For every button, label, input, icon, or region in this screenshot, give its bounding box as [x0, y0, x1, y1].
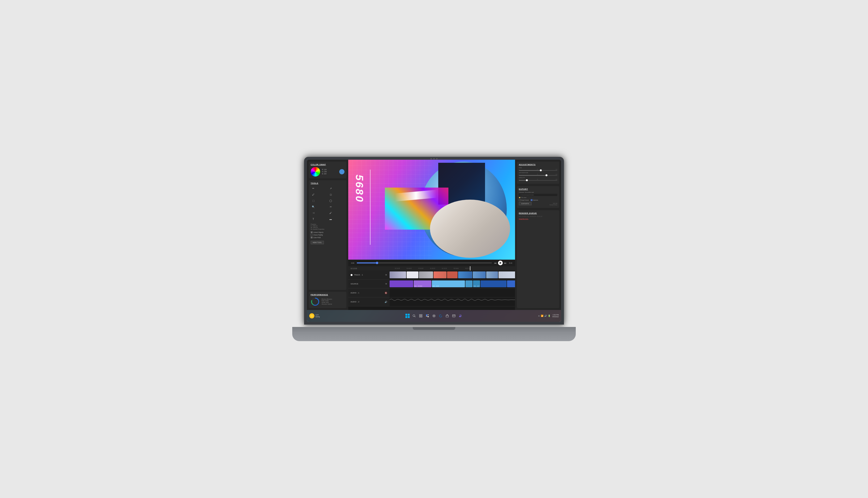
search-taskbar-icon[interactable]	[411, 313, 417, 318]
audio-1-mute-icon[interactable]: 🔇	[385, 292, 387, 294]
circle-tool[interactable]: ◯	[328, 198, 333, 203]
new-tool-button[interactable]: NEW TOOL	[311, 241, 324, 244]
brush-tool[interactable]: 🖊	[311, 192, 316, 197]
track-clip-3[interactable]	[419, 272, 433, 278]
edge-icon[interactable]	[438, 313, 443, 318]
browser-icon[interactable]	[431, 313, 437, 318]
cut-tool[interactable]: ✂	[328, 204, 333, 209]
sat-slider[interactable]	[519, 175, 557, 176]
tool-properties: Property: H: 1462 px W: 7442 px No Speci…	[311, 223, 344, 230]
audio-2-label: AUDIO - 2 🔊	[348, 298, 390, 306]
svg-rect-10	[428, 314, 429, 315]
color-swap-content: R: 124 G: 159 B: 200	[311, 167, 344, 176]
audio-2-volume-icon[interactable]: 🔊	[385, 301, 387, 303]
magnify-tool[interactable]: 🔍	[311, 204, 316, 209]
battery-icon[interactable]: 🔋	[548, 315, 551, 317]
drag-here-link[interactable]: Drag files here.	[519, 218, 557, 220]
pointer-tool[interactable]: ↗	[328, 186, 333, 191]
audio-2-content	[390, 298, 515, 306]
edge-svg	[439, 314, 442, 317]
svg-rect-9	[426, 314, 427, 316]
storage-info: 500 GB Scratch Drive	[550, 203, 557, 206]
track-1-eye-icon[interactable]: 👁	[385, 274, 387, 276]
op-slider-thumb[interactable]	[526, 179, 528, 181]
keep-format-checkbox[interactable]	[519, 199, 521, 201]
playback-buttons: ⏮ ⏭	[494, 261, 507, 265]
split-tool[interactable]: ⊣	[311, 210, 316, 215]
export-title: EXPORT	[519, 188, 557, 190]
windows-icon[interactable]	[405, 313, 410, 318]
track-clip-7[interactable]	[473, 272, 486, 278]
source-clip-2[interactable]: REC - DC2000	[414, 280, 431, 288]
hue-slider-thumb[interactable]	[540, 169, 542, 171]
pencil-tool[interactable]: ✏	[311, 186, 316, 191]
wifi-icon[interactable]: 📶	[541, 315, 543, 317]
export-bottom-row: EXPORTS 500 GB Scratch Drive	[519, 202, 557, 206]
forward-button[interactable]: ⏭	[504, 262, 507, 264]
source-clip-1[interactable]	[390, 280, 413, 288]
source-track-content: REC - DC2000 REC - AH23 REC - AH7	[390, 279, 515, 288]
color-wheel[interactable]	[311, 167, 320, 176]
linked-objects-checkbox[interactable]: ✓	[311, 231, 313, 233]
shape-tool[interactable]: ▬	[328, 217, 333, 222]
teams-icon[interactable]	[458, 313, 463, 318]
source-clip-7[interactable]	[507, 280, 515, 288]
widgets-icon[interactable]	[425, 313, 430, 318]
taskbar-left: 71°F Sunny	[309, 313, 338, 318]
track-clip-2[interactable]	[407, 272, 418, 278]
play-button[interactable]	[498, 261, 503, 265]
perf-memory: Memory Allocation	[321, 298, 332, 300]
store-icon[interactable]	[445, 313, 450, 318]
op-slider[interactable]	[519, 180, 557, 181]
audio-1-name: AUDIO - 1	[351, 292, 359, 294]
track-clip-1[interactable]	[390, 272, 406, 278]
email-icon[interactable]	[451, 313, 457, 318]
source-clip-3[interactable]: REC - AH23	[432, 280, 465, 288]
rewind-button[interactable]: ⏮	[494, 262, 497, 264]
playhead-line[interactable]	[470, 266, 470, 271]
source-eye-icon[interactable]: 👁	[385, 283, 387, 285]
progress-thumb[interactable]	[376, 262, 378, 264]
keep-format-label: Keep Format	[521, 199, 529, 201]
color-rgb-checkbox[interactable]: ✓	[311, 236, 313, 238]
volume-icon[interactable]: 🔊	[544, 315, 547, 317]
svg-line-4	[415, 316, 416, 317]
hue-slider[interactable]	[519, 170, 557, 171]
svg-point-17	[460, 315, 461, 316]
hue-slider-fill	[519, 170, 541, 171]
svg-rect-6	[421, 314, 422, 316]
clock[interactable]: 2:30 PM 4/5/2022	[552, 314, 559, 318]
source-clip-4[interactable]	[465, 280, 473, 288]
performance-title: PERFORMANCE	[311, 294, 344, 296]
progress-bar[interactable]	[357, 262, 492, 263]
source-clip-5[interactable]: REC - AH7	[473, 280, 480, 288]
pen-tool[interactable]: 🖋	[328, 210, 333, 215]
linked-objects-row[interactable]: ✓ Linked Objects	[311, 231, 344, 233]
track-clip-5[interactable]	[447, 272, 458, 278]
sat-slider-thumb[interactable]	[545, 174, 548, 176]
optimize-checkbox[interactable]: ✓	[531, 199, 532, 201]
export-button[interactable]: EXPORTS	[519, 202, 531, 205]
color-rgb-row[interactable]: ✓ Color RGB	[311, 236, 344, 238]
check-fidelity-checkbox[interactable]	[311, 234, 313, 236]
source-clip-5-label: REC - AH7	[474, 285, 479, 287]
eraser-tool[interactable]: ◻	[328, 192, 333, 197]
text-tool[interactable]: T	[311, 217, 316, 222]
win-logo-q4	[408, 316, 410, 318]
color-swatch[interactable]	[339, 169, 344, 174]
track-clip-6[interactable]	[458, 272, 472, 278]
source-clip-6[interactable]	[481, 280, 507, 288]
track-row-audio1: AUDIO - 1 🔇	[348, 288, 515, 298]
render-title: RENDER QUEUE	[519, 212, 557, 214]
color-swap-title: COLOR SWAP	[311, 163, 344, 166]
taskview-icon[interactable]	[418, 313, 423, 318]
select-tool[interactable]: ⬚	[311, 198, 316, 203]
check-fidelity-row[interactable]: Check Fidelity	[311, 234, 344, 236]
camera-area	[431, 158, 437, 159]
track-clip-8[interactable]	[486, 272, 498, 278]
svg-rect-12	[428, 316, 429, 317]
chevron-up-icon[interactable]: ∧	[538, 315, 540, 317]
track-clip-4[interactable]	[434, 272, 447, 278]
track-clip-9[interactable]	[499, 272, 515, 278]
prop-width: W: 7442 px	[311, 227, 344, 228]
